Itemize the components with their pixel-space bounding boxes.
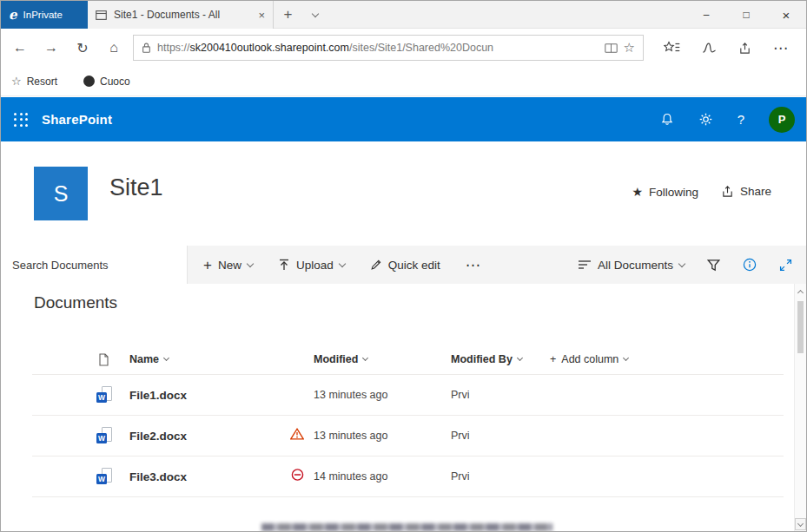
command-more-icon[interactable]: ⋯	[466, 256, 480, 274]
blurred-text	[261, 523, 552, 531]
scroll-up-icon[interactable]	[795, 286, 806, 299]
file-row[interactable]: W File3.docx 14 minutes ago Prvi	[1, 456, 793, 496]
vertical-scrollbar[interactable]	[794, 284, 806, 531]
column-header-modified[interactable]: Modified	[314, 346, 367, 372]
star-icon: ☆	[11, 75, 22, 88]
scroll-down-icon[interactable]	[795, 518, 806, 530]
warning-icon	[290, 428, 304, 443]
web-notes-icon[interactable]	[702, 42, 717, 54]
column-label: Modified	[314, 353, 358, 365]
plus-icon: +	[203, 258, 212, 273]
edge-logo-icon: e	[9, 9, 17, 22]
new-label: New	[218, 259, 241, 272]
modified-by-cell: Prvi	[451, 470, 470, 483]
fullscreen-icon[interactable]	[779, 259, 792, 272]
tab-favicon	[96, 10, 107, 20]
modified-cell: 13 minutes ago	[314, 430, 387, 442]
notifications-bell-icon[interactable]	[660, 112, 674, 127]
forward-button[interactable]: →	[36, 32, 67, 63]
quick-edit-label: Quick edit	[388, 259, 440, 272]
chevron-down-icon	[623, 355, 629, 361]
suite-bar-actions: ? P	[660, 107, 795, 133]
favorite-item-resort[interactable]: ☆ Resort	[11, 75, 57, 88]
page-icon	[98, 353, 109, 366]
file-name[interactable]: File1.docx	[129, 388, 187, 401]
file-name[interactable]: File3.docx	[129, 470, 187, 483]
back-button[interactable]: ←	[4, 32, 36, 63]
view-controls: All Documents	[578, 246, 792, 284]
command-buttons: + New Upload Quick edit ⋯	[203, 246, 480, 284]
view-selector[interactable]: All Documents	[578, 259, 685, 272]
chevron-down-icon	[517, 355, 523, 361]
follow-button[interactable]: ★ Following	[632, 185, 698, 199]
favorite-label: Cuoco	[100, 76, 130, 88]
scrollbar-thumb[interactable]	[797, 301, 804, 353]
share-icon	[721, 185, 734, 198]
window-controls: – □ ×	[686, 1, 806, 29]
suite-bar-title: SharePoint	[42, 112, 112, 127]
chevron-down-icon	[247, 259, 254, 266]
favorite-label: Resort	[27, 76, 57, 88]
view-label: All Documents	[598, 259, 673, 272]
column-header-name[interactable]: Name	[129, 346, 169, 372]
tab-title: Site1 - Documents - All	[114, 9, 251, 21]
address-bar: ← → ↻ ⌂ https://sk200410outlook.sharepoi…	[1, 29, 806, 67]
new-tab-button[interactable]: +	[274, 1, 302, 29]
blocked-icon	[291, 468, 304, 484]
filter-icon[interactable]	[707, 259, 720, 272]
settings-gear-icon[interactable]	[698, 112, 713, 127]
tab-list-button[interactable]	[302, 1, 328, 29]
file-row[interactable]: W File2.docx 13 minutes ago Prvi	[1, 415, 793, 456]
modified-by-cell: Prvi	[451, 389, 470, 401]
help-button[interactable]: ?	[738, 112, 744, 127]
inprivate-label: InPrivate	[23, 10, 63, 20]
tab-close-icon[interactable]: ×	[258, 9, 265, 22]
row-divider	[32, 496, 784, 497]
favorite-item-cuoco[interactable]: Cuoco	[83, 76, 130, 88]
new-button[interactable]: + New	[203, 258, 253, 273]
url-text: https://sk200410outlook.sharepoint.com/s…	[157, 42, 493, 54]
column-header-modified-by[interactable]: Modified By	[451, 346, 522, 372]
share-label: Share	[740, 185, 771, 198]
site-title[interactable]: Site1	[109, 174, 163, 201]
url-scheme: https://	[157, 42, 190, 54]
maximize-button[interactable]: □	[726, 1, 766, 29]
search-documents-input[interactable]	[1, 246, 188, 284]
close-button[interactable]: ×	[766, 1, 806, 29]
library-title: Documents	[34, 293, 117, 312]
favorites-hub-icon[interactable]	[664, 41, 680, 55]
column-label: Modified By	[451, 353, 513, 365]
file-row[interactable]: W File1.docx 13 minutes ago Prvi	[1, 374, 793, 415]
modified-cell: 13 minutes ago	[314, 389, 387, 401]
add-column-button[interactable]: + Add column	[550, 346, 628, 372]
site-logo[interactable]: S	[34, 167, 88, 220]
file-name[interactable]: File2.docx	[129, 429, 187, 442]
lock-icon	[142, 42, 151, 54]
info-icon[interactable]	[743, 258, 757, 272]
inprivate-badge: e InPrivate	[1, 1, 88, 29]
plus-icon: +	[550, 353, 556, 365]
file-type-column-icon[interactable]	[98, 346, 109, 372]
modified-by-cell: Prvi	[451, 430, 470, 442]
url-input[interactable]: https://sk200410outlook.sharepoint.com/s…	[133, 35, 644, 61]
cuoco-favicon	[83, 76, 95, 87]
app-launcher-icon[interactable]	[14, 113, 28, 127]
more-options-icon[interactable]: ⋯	[773, 41, 788, 56]
upload-label: Upload	[296, 259, 334, 272]
share-site-button[interactable]: Share	[721, 185, 771, 198]
favorite-star-icon[interactable]: ☆	[624, 40, 635, 56]
browser-window: e InPrivate Site1 - Documents - All × + …	[0, 0, 807, 532]
home-button[interactable]: ⌂	[98, 32, 129, 63]
view-list-icon	[578, 259, 592, 270]
account-avatar[interactable]: P	[769, 107, 795, 133]
refresh-button[interactable]: ↻	[67, 32, 98, 63]
reading-view-icon[interactable]	[605, 43, 618, 53]
star-icon: ★	[632, 185, 643, 199]
document-library: Documents Name Modified Modified By + Ad…	[1, 284, 806, 531]
browser-action-icons: ⋯	[664, 41, 788, 56]
quick-edit-button[interactable]: Quick edit	[370, 259, 440, 272]
minimize-button[interactable]: –	[686, 1, 726, 29]
upload-button[interactable]: Upload	[278, 259, 345, 272]
browser-tab[interactable]: Site1 - Documents - All ×	[88, 1, 274, 29]
share-page-icon[interactable]	[738, 42, 751, 55]
